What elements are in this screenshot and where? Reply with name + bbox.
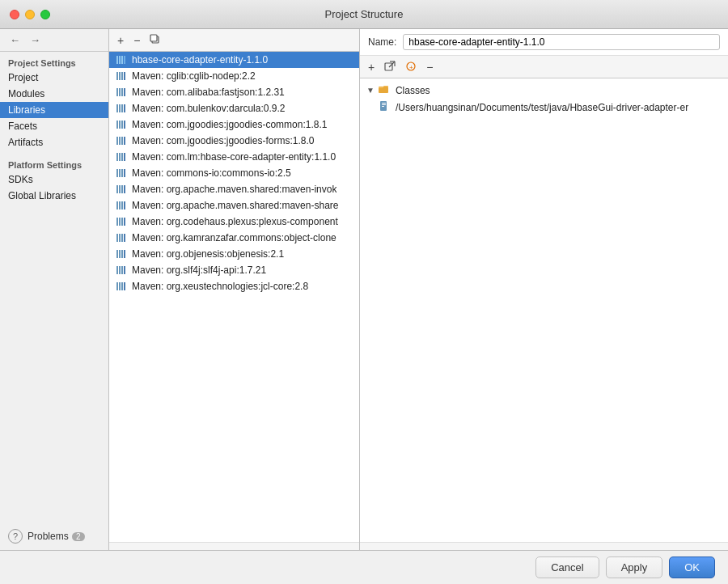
ok-button[interactable]: OK (669, 556, 715, 578)
library-list-item[interactable]: Maven: commons-io:commons-io:2.5 (109, 165, 359, 181)
svg-rect-59 (119, 282, 121, 290)
svg-rect-21 (124, 121, 125, 129)
title-bar: Project Structure (0, 0, 728, 29)
library-name: Maven: org.slf4j:slf4j-api:1.7.21 (132, 264, 266, 276)
name-input[interactable] (403, 34, 720, 50)
svg-rect-47 (119, 234, 121, 242)
add-external-button[interactable] (381, 59, 399, 75)
library-name: Maven: com.bulenkov:darcula:0.9.2 (132, 103, 285, 114)
add-class-button[interactable]: + (365, 60, 378, 74)
svg-rect-35 (119, 185, 121, 193)
library-toolbar: + − (109, 29, 359, 52)
svg-rect-43 (119, 218, 121, 226)
classes-path-item[interactable]: /Users/huangsinan/Documents/test/java/Hb… (360, 99, 728, 116)
remove-class-button[interactable]: − (423, 60, 436, 74)
maximize-button[interactable] (40, 10, 50, 19)
minimize-button[interactable] (25, 10, 35, 19)
svg-rect-58 (116, 282, 118, 290)
library-icon (116, 200, 127, 211)
problems-section[interactable]: Problems 2 (28, 531, 85, 542)
svg-rect-3 (119, 56, 121, 64)
svg-rect-44 (121, 218, 123, 226)
svg-rect-49 (124, 234, 125, 242)
library-panel: + − hbase-core-adapter-entity-1.1.0 Mave… (109, 29, 360, 550)
sidebar-item-global-libraries[interactable]: Global Libraries (0, 188, 108, 204)
sidebar-item-artifacts[interactable]: Artifacts (0, 134, 108, 150)
add-library-button[interactable]: + (114, 33, 127, 48)
project-settings-section: Project Settings Project Modules Librari… (0, 52, 108, 155)
remove-library-button[interactable]: − (130, 33, 143, 48)
svg-rect-52 (121, 250, 123, 258)
back-button[interactable]: ← (6, 32, 23, 48)
sidebar-item-facets[interactable]: Facets (0, 118, 108, 134)
library-list-item[interactable]: Maven: org.codehaus.plexus:plexus-compon… (109, 214, 359, 230)
svg-rect-29 (124, 153, 125, 161)
tree-panel: ▼ Classes /U (360, 78, 728, 542)
library-icon (116, 151, 127, 163)
library-name: Maven: commons-io:commons-io:2.5 (132, 167, 291, 179)
library-panel-scroll[interactable] (109, 542, 359, 550)
library-list-item[interactable]: hbase-core-adapter-entity-1.1.0 (109, 52, 359, 68)
library-list-item[interactable]: Maven: org.kamranzafar.commons:object-cl… (109, 230, 359, 246)
svg-rect-37 (124, 185, 125, 193)
sidebar-item-modules[interactable]: Modules (0, 86, 108, 102)
library-list-item[interactable]: Maven: org.apache.maven.shared:maven-inv… (109, 181, 359, 197)
library-list-item[interactable]: Maven: org.xeustechnologies:jcl-core:2.8 (109, 278, 359, 294)
svg-text:+: + (409, 64, 413, 71)
project-settings-label: Project Settings (0, 57, 108, 70)
close-button[interactable] (10, 10, 19, 19)
svg-rect-71 (382, 104, 386, 105)
cancel-button[interactable]: Cancel (535, 556, 599, 578)
library-list-item[interactable]: Maven: com.lm:hbase-core-adapter-entity:… (109, 149, 359, 165)
expand-icon[interactable]: ▼ (366, 86, 375, 95)
forward-button[interactable]: → (27, 32, 44, 48)
nav-toolbar: ← → (0, 29, 108, 52)
library-icon (116, 264, 127, 276)
svg-rect-6 (116, 72, 118, 80)
library-name: hbase-core-adapter-entity-1.1.0 (132, 54, 268, 66)
sidebar-bottom: ? Problems 2 (0, 523, 108, 550)
svg-rect-53 (124, 250, 125, 258)
library-list-item[interactable]: Maven: org.slf4j:slf4j-api:1.7.21 (109, 262, 359, 278)
library-list-item[interactable]: Maven: cglib:cglib-nodep:2.2 (109, 68, 359, 84)
right-panel-scroll[interactable] (360, 542, 728, 550)
sidebar-item-project[interactable]: Project (0, 70, 108, 86)
library-name: Maven: org.kamranzafar.commons:object-cl… (132, 232, 336, 243)
library-icon (116, 184, 127, 195)
library-name: Maven: org.objenesis:objenesis:2.1 (132, 248, 284, 260)
svg-rect-40 (121, 201, 123, 209)
svg-rect-19 (119, 121, 121, 129)
svg-rect-46 (116, 234, 118, 242)
svg-rect-61 (124, 282, 125, 290)
svg-rect-38 (116, 201, 118, 209)
svg-rect-41 (124, 201, 125, 209)
svg-rect-45 (124, 218, 125, 226)
window-title: Project Structure (325, 8, 404, 20)
help-button[interactable]: ? (8, 529, 23, 544)
library-list-item[interactable]: Maven: org.apache.maven.shared:maven-sha… (109, 197, 359, 214)
folder-icon (378, 83, 389, 97)
copy-library-button[interactable] (146, 32, 164, 49)
library-list-item[interactable]: Maven: com.bulenkov:darcula:0.9.2 (109, 100, 359, 116)
library-list-item[interactable]: Maven: org.objenesis:objenesis:2.1 (109, 246, 359, 262)
svg-rect-56 (121, 266, 123, 274)
library-list-item[interactable]: Maven: com.jgoodies:jgoodies-common:1.8.… (109, 116, 359, 133)
specify-button[interactable]: + (402, 59, 420, 75)
library-name: Maven: org.apache.maven.shared:maven-inv… (132, 184, 336, 195)
classes-tree-item[interactable]: ▼ Classes (360, 82, 728, 99)
svg-rect-48 (121, 234, 123, 242)
svg-rect-15 (119, 104, 121, 112)
svg-rect-31 (119, 169, 121, 177)
sidebar-item-libraries[interactable]: Libraries (0, 102, 108, 118)
apply-button[interactable]: Apply (606, 556, 663, 578)
library-list-item[interactable]: Maven: com.alibaba:fastjson:1.2.31 (109, 84, 359, 100)
library-name: Maven: org.apache.maven.shared:maven-sha… (132, 200, 338, 211)
svg-rect-32 (121, 169, 123, 177)
library-name: Maven: com.lm:hbase-core-adapter-entity:… (132, 151, 336, 163)
svg-rect-9 (124, 72, 125, 80)
platform-settings-label: Platform Settings (0, 155, 108, 171)
library-list-item[interactable]: Maven: com.jgoodies:jgoodies-forms:1.8.0 (109, 133, 359, 149)
svg-rect-4 (121, 56, 123, 64)
library-icon (116, 70, 127, 82)
sidebar-item-sdks[interactable]: SDKs (0, 171, 108, 188)
